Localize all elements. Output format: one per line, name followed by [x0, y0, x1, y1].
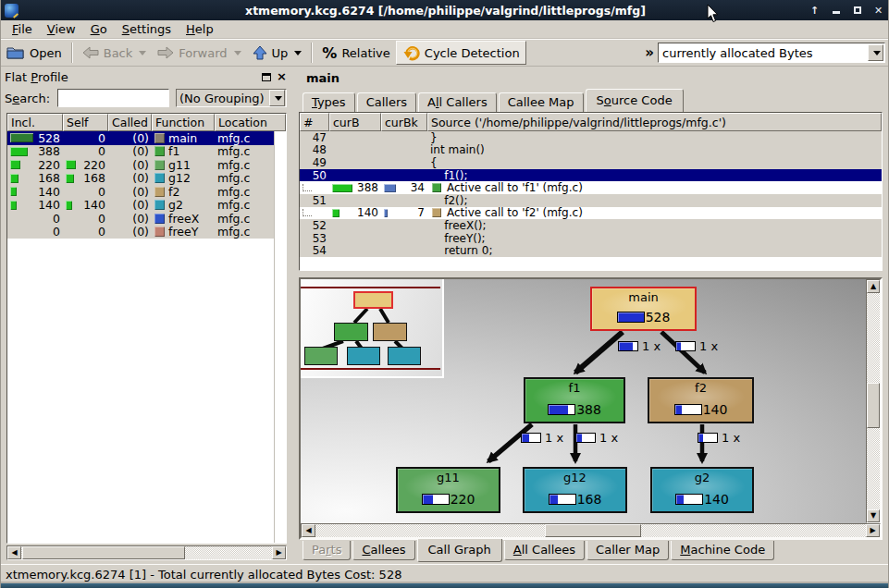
menu-view[interactable]: View — [40, 21, 83, 37]
menu-go[interactable]: Go — [83, 21, 115, 37]
up-button[interactable]: Up — [247, 41, 308, 65]
column-header-self[interactable]: Self — [63, 114, 108, 131]
scroll-up-button[interactable]: ▲ — [867, 280, 880, 293]
source-line[interactable]: 52 freeX(); — [300, 219, 882, 232]
flat-profile-hscrollbar[interactable]: ◀ ▶ — [6, 545, 287, 560]
scroll-thumb[interactable] — [867, 383, 880, 428]
graph-node-f1[interactable]: f1 388 — [524, 377, 625, 423]
table-row-f2[interactable]: 140 0 (0) f2 mfg.c — [7, 185, 274, 199]
flat-profile-dock-header[interactable]: Flat Profile × — [5, 68, 287, 85]
graph-node-g11[interactable]: g11 220 — [396, 467, 500, 513]
vertical-scrollbar-track[interactable] — [274, 131, 286, 543]
toolbar-overflow-chevron[interactable]: » — [641, 44, 658, 61]
incl-bar — [10, 201, 17, 210]
panel-splitter[interactable] — [289, 68, 299, 562]
source-call-line-f1[interactable]: 388 34 Active call to 'f1' (mfg.c) — [300, 181, 882, 194]
scroll-left-button[interactable]: ◀ — [7, 546, 21, 559]
minimize-icon — [833, 6, 840, 14]
table-row-g2[interactable]: 140 140 (0) g2 mfg.c — [7, 199, 274, 213]
search-input[interactable] — [58, 90, 168, 106]
edge-label: 1 x — [521, 431, 563, 445]
minimize-button[interactable] — [828, 3, 844, 18]
table-row-g12[interactable]: 168 168 (0) g12 mfg.c — [7, 172, 274, 186]
status-text: xtmemory.kcg.6274 [1] - Total currently … — [6, 568, 401, 582]
dock-close-icon[interactable]: × — [277, 72, 287, 81]
close-button[interactable]: ✕ — [870, 3, 886, 18]
source-line[interactable]: 49{ — [300, 156, 882, 169]
minimap-node-main — [353, 291, 393, 309]
shade-button[interactable]: ↑ — [807, 3, 822, 18]
up-arrow-icon — [253, 45, 267, 60]
event-type-combobox[interactable]: currently allocated Bytes — [658, 43, 885, 63]
tab-types[interactable]: Types — [303, 92, 355, 112]
scroll-right-button[interactable]: ▶ — [272, 546, 286, 559]
edge-label: 1 x — [698, 431, 740, 445]
tab-machine-code[interactable]: Machine Code — [671, 541, 774, 560]
call-graph-canvas[interactable]: 1 x 1 x 1 x 1 x 1 x main 528 f1 388 f2 1… — [301, 279, 866, 523]
forward-button[interactable]: Forward — [152, 41, 246, 65]
column-header-curB[interactable]: curB — [329, 113, 381, 131]
graph-vscrollbar[interactable]: ▲ ▼ — [866, 279, 881, 523]
scroll-left-button[interactable]: ◀ — [302, 524, 315, 537]
edge-label: 1 x — [618, 339, 661, 353]
toolbar-separator — [71, 43, 73, 63]
incl-bar — [10, 160, 20, 169]
table-row-g11[interactable]: 220 220 (0) g11 mfg.c — [7, 158, 274, 172]
tab-call-graph[interactable]: Call Graph — [417, 539, 502, 562]
graph-node-f2[interactable]: f2 140 — [648, 377, 754, 423]
combobox-arrow-button[interactable] — [868, 44, 883, 61]
table-row-main[interactable]: 528 0 (0) main mfg.c — [7, 131, 274, 145]
column-header-function[interactable]: Function — [152, 114, 215, 131]
search-input-wrap — [57, 89, 169, 107]
table-row-freeX[interactable]: 0 0 (0) freeX mfg.c — [7, 212, 274, 226]
column-header-incl[interactable]: Incl. — [7, 114, 63, 131]
source-line[interactable]: 51 f2(); — [300, 194, 882, 207]
function-color-swatch — [154, 187, 165, 197]
source-call-line-f2[interactable]: 140 7 Active call to 'f2' (mfg.c) — [300, 207, 882, 220]
flat-profile-body: 528 0 (0) main mfg.c 388 0 (0) f1 mfg.c … — [7, 131, 286, 543]
tab-source-code[interactable]: Source Code — [586, 89, 684, 112]
open-button[interactable]: Open — [1, 41, 68, 65]
grouping-combobox[interactable]: (No Grouping) — [176, 89, 287, 107]
column-header-line[interactable]: # — [300, 113, 329, 131]
tab-callees[interactable]: Callees — [352, 541, 414, 560]
maximize-button[interactable] — [849, 3, 865, 18]
graph-node-main[interactable]: main 528 — [590, 287, 697, 331]
source-line[interactable]: 47} — [300, 131, 882, 144]
tab-caller-map[interactable]: Caller Map — [586, 541, 669, 560]
grouping-arrow-button[interactable] — [269, 90, 285, 106]
menu-settings[interactable]: Settings — [115, 21, 179, 37]
scroll-down-button[interactable]: ▼ — [867, 509, 880, 522]
scroll-thumb[interactable] — [545, 524, 641, 537]
table-row-f1[interactable]: 388 0 (0) f1 mfg.c — [7, 145, 274, 159]
source-line[interactable]: 48int main() — [300, 144, 882, 157]
table-row-freeY[interactable]: 0 0 (0) freeY mfg.c — [7, 226, 274, 239]
graph-hscrollbar[interactable]: ◀ ▶ — [301, 523, 881, 538]
column-header-called[interactable]: Called — [108, 114, 152, 131]
cycle-detection-toggle-button[interactable]: Cycle Detection — [396, 41, 526, 65]
dock-float-icon[interactable] — [262, 73, 271, 81]
tab-callers[interactable]: Callers — [357, 92, 416, 112]
source-line-selected[interactable]: 50 f1(); — [300, 169, 882, 182]
scroll-right-button[interactable]: ▶ — [866, 524, 880, 537]
relative-toggle-button[interactable]: % Relative — [316, 41, 395, 65]
menu-help[interactable]: Help — [179, 21, 221, 37]
incl-bar — [10, 147, 28, 156]
back-button[interactable]: Back — [77, 41, 153, 65]
graph-node-g2[interactable]: g2 140 — [650, 467, 754, 513]
toolbar: Open Back Forward Up % Relative Cycle De… — [1, 39, 889, 67]
tab-all-callers[interactable]: All Callers — [418, 92, 497, 112]
column-header-curBk[interactable]: curBk — [381, 113, 427, 131]
menu-file[interactable]: File — [5, 21, 40, 37]
graph-node-g12[interactable]: g12 168 — [523, 467, 627, 513]
source-line[interactable]: 54 return 0; — [300, 244, 882, 257]
title-bar[interactable]: xtmemory.kcg.6274 [/home/philippe/valgri… — [1, 0, 889, 20]
scroll-thumb[interactable] — [22, 546, 185, 559]
column-header-source[interactable]: Source ('/home/philippe/valgrind/littlep… — [427, 113, 882, 131]
percent-icon: % — [322, 44, 337, 62]
tab-callee-map[interactable]: Callee Map — [499, 92, 584, 112]
source-line[interactable]: 53 freeY(); — [300, 232, 882, 245]
graph-overview-minimap[interactable] — [301, 279, 444, 378]
tab-all-callees[interactable]: All Callees — [504, 541, 585, 560]
column-header-location[interactable]: Location — [215, 114, 286, 131]
